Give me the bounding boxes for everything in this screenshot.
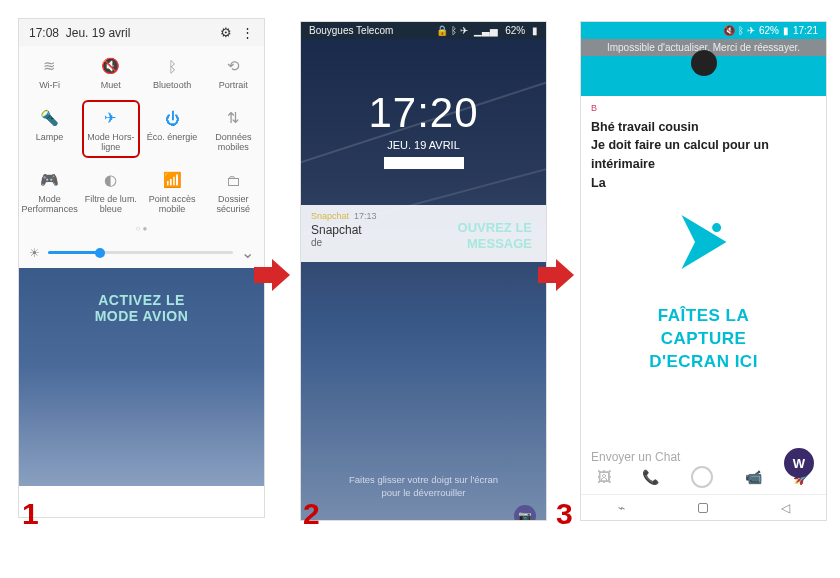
bluetooth-icon: ᛒ (142, 56, 203, 76)
data-icon: ⇅ (203, 108, 264, 128)
video-icon[interactable]: 📹 (745, 469, 762, 485)
clock-date: JEU. 19 AVRIL (301, 139, 546, 151)
game-icon: 🎮 (19, 170, 80, 190)
instruction-caption: ACTIVEZ LE MODE AVION (19, 292, 264, 324)
rotation-icon: ⟲ (203, 56, 264, 76)
instruction-overlay: FAÎTES LA CAPTURE D'ECRAN ICI (581, 197, 826, 374)
qs-blue-light[interactable]: ◐Filtre de lum. bleue (80, 160, 141, 222)
battery-label: 62% (505, 25, 525, 36)
notification-app: Snapchat (311, 211, 349, 221)
call-icon[interactable]: 📞 (642, 469, 659, 485)
camera-icon: 📷 (518, 510, 532, 522)
status-time: 17:08 (29, 26, 59, 40)
phone-step-1: 17:08 Jeu. 19 avril ⚙ ⋮ ≋Wi-Fi 🔇Muet ᛒBl… (18, 18, 265, 518)
qs-performance[interactable]: 🎮Mode Performances (19, 160, 80, 222)
signal-icon: ▁▃▅ (474, 25, 498, 36)
gallery-icon[interactable]: 🖼 (597, 469, 611, 485)
notification-time: 17:13 (354, 211, 377, 221)
sender-label: B (591, 102, 816, 116)
chat-header (581, 56, 826, 96)
folder-icon: 🗀 (203, 170, 264, 190)
phone-step-2: Bouygues Telecom 🔒 ᛒ ✈ ▁▃▅ 62% ▮ 17:20 J… (300, 21, 547, 521)
battery-icon: ▮ (532, 25, 538, 36)
qs-portrait[interactable]: ⟲Portrait (203, 46, 264, 98)
more-icon[interactable]: ⋮ (241, 25, 254, 40)
qs-bluetooth[interactable]: ᛒBluetooth (142, 46, 203, 98)
qs-lamp[interactable]: 🔦Lampe (19, 98, 80, 160)
chat-body: B Bhé travail cousin Je doit faire un ca… (581, 96, 826, 199)
airplane-icon: ✈ (80, 108, 141, 128)
unlock-hint: Faites glisser votre doigt sur l'écran p… (301, 474, 546, 499)
status-date: Jeu. 19 avril (66, 26, 131, 40)
clock-time: 17:20 (301, 89, 546, 137)
chat-line: Bhé travail cousin (591, 118, 816, 137)
qs-power-saving[interactable]: ⏻Éco. énergie (142, 98, 203, 160)
step-number: 3 (556, 497, 573, 531)
phone-step-3: 🔇 ᛒ ✈ 62% ▮ 17:21 Impossible d'actualise… (580, 21, 827, 521)
qs-hotspot[interactable]: 📶Point accès mobile (142, 160, 203, 222)
status-bar: 17:08 Jeu. 19 avril ⚙ ⋮ (19, 19, 264, 46)
wifi-icon: ≋ (19, 56, 80, 76)
carrier-label: Bouygues Telecom (309, 25, 393, 36)
brightness-icon: ☀ (29, 246, 40, 260)
settings-icon[interactable]: ⚙ (220, 25, 232, 40)
instruction-caption: OUVREZ LE MESSAGE (458, 220, 532, 253)
qs-airplane-mode[interactable]: ✈Mode Hors-ligne (80, 98, 141, 160)
status-time: 17:21 (793, 25, 818, 36)
status-icons: 🔒 ᛒ ✈ (436, 25, 468, 36)
qs-wifi[interactable]: ≋Wi-Fi (19, 46, 80, 98)
redacted-bar (384, 157, 464, 169)
arrow-icon (536, 255, 576, 295)
brightness-slider[interactable]: ☀ ⌄ (19, 237, 264, 268)
battery-label: 62% (759, 25, 779, 36)
flashlight-icon: 🔦 (19, 108, 80, 128)
back-button[interactable]: ◁ (781, 501, 790, 515)
arrow-icon (252, 255, 292, 295)
page-dots: ○ ● (19, 222, 264, 237)
chat-line: Je doit faire un calcul pour un intérima… (591, 136, 816, 174)
battery-icon: ▮ (783, 25, 789, 36)
hotspot-icon: 📶 (142, 170, 203, 190)
avatar[interactable] (691, 50, 717, 76)
power-icon: ⏻ (142, 108, 203, 128)
floating-action-button[interactable]: W (784, 448, 814, 478)
svg-point-0 (712, 223, 721, 232)
shutter-button[interactable] (691, 466, 713, 488)
android-nav-bar: ⌁ ◁ (581, 494, 826, 520)
camera-shortcut[interactable]: 📷 (514, 505, 536, 521)
quick-settings-grid: ≋Wi-Fi 🔇Muet ᛒBluetooth ⟲Portrait 🔦Lampe… (19, 46, 264, 222)
bluelight-icon: ◐ (80, 170, 141, 190)
recent-apps-button[interactable]: ⌁ (618, 501, 625, 515)
app-logo-icon (659, 197, 749, 287)
step-number: 2 (303, 497, 320, 531)
mute-icon: 🔇 (80, 56, 141, 76)
wallpaper: ACTIVEZ LE MODE AVION (19, 268, 264, 486)
qs-mobile-data[interactable]: ⇅Données mobiles (203, 98, 264, 160)
lockscreen[interactable]: 17:20 JEU. 19 AVRIL Snapchat 17:13 Snapc… (301, 39, 546, 521)
step-number: 1 (22, 497, 39, 531)
lockscreen-clock: 17:20 JEU. 19 AVRIL (301, 89, 546, 169)
status-bar: 🔇 ᛒ ✈ 62% ▮ 17:21 (581, 22, 826, 39)
chat-line: La (591, 174, 816, 193)
qs-secure-folder[interactable]: 🗀Dossier sécurisé (203, 160, 264, 222)
status-bar: Bouygues Telecom 🔒 ᛒ ✈ ▁▃▅ 62% ▮ (301, 22, 546, 39)
qs-mute[interactable]: 🔇Muet (80, 46, 141, 98)
home-button[interactable] (698, 503, 708, 513)
status-icons: 🔇 ᛒ ✈ (723, 25, 755, 36)
